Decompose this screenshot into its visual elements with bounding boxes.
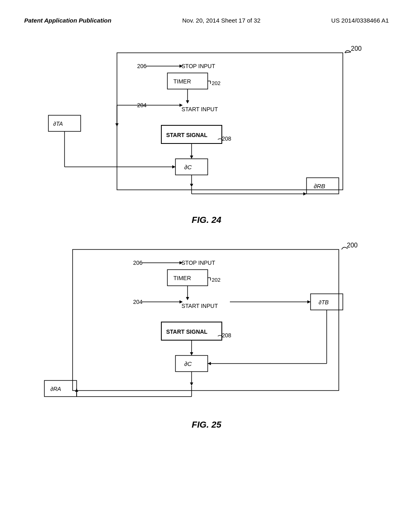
fig25-svg: 200 STOP INPUT 206 TIMER 202 xyxy=(24,237,387,415)
svg-rect-0 xyxy=(117,53,343,190)
fig25-stop-input-label: STOP INPUT xyxy=(181,260,215,266)
fig24-section: 200 STOP INPUT 206 TIMER 202 xyxy=(24,41,389,225)
fig25-label: FIG. 25 xyxy=(24,420,389,430)
fig24-start-input-label: START INPUT xyxy=(181,106,218,112)
svg-marker-23 xyxy=(190,184,193,187)
fig25-start-input-label: START INPUT xyxy=(181,303,218,309)
fig25-ref200: 200 xyxy=(347,242,358,249)
fig24-ref202: 202 xyxy=(212,80,221,86)
svg-marker-39 xyxy=(307,300,311,303)
fig24-dta-label: ∂TA xyxy=(53,121,63,127)
fig25-section: 200 STOP INPUT 206 TIMER 202 xyxy=(24,237,389,430)
fig24-timer-label: TIMER xyxy=(173,78,191,85)
svg-marker-27 xyxy=(303,192,307,195)
fig25-start-signal-label: START SIGNAL xyxy=(166,328,208,335)
header-publication-label: Patent Application Publication xyxy=(24,16,111,25)
fig24-ref208: 208 xyxy=(222,135,232,142)
fig24-ref200: 200 xyxy=(351,45,362,52)
svg-marker-47 xyxy=(208,362,211,365)
header-sheet-info: Nov. 20, 2014 Sheet 17 of 32 xyxy=(182,16,261,25)
fig24-dc-label: ∂C xyxy=(184,164,192,170)
svg-marker-35 xyxy=(186,297,189,300)
svg-marker-21 xyxy=(172,165,175,168)
header: Patent Application Publication Nov. 20, … xyxy=(0,0,413,33)
fig24-ref206: 206 xyxy=(137,63,147,69)
svg-line-1 xyxy=(345,52,351,53)
fig25-ref202: 202 xyxy=(212,277,221,283)
fig25-dra-label: ∂RA xyxy=(50,386,61,392)
diagrams-container: 200 STOP INPUT 206 TIMER 202 xyxy=(0,33,413,450)
svg-marker-14 xyxy=(115,123,119,127)
fig25-ref208: 208 xyxy=(222,332,232,339)
fig25-ref206: 206 xyxy=(133,260,143,266)
svg-marker-8 xyxy=(186,100,189,104)
svg-rect-28 xyxy=(73,249,339,391)
fig24-start-signal-label: START SIGNAL xyxy=(166,132,208,138)
fig24-label: FIG. 24 xyxy=(24,215,389,225)
svg-marker-54 xyxy=(75,389,78,392)
fig24-stop-input-label: STOP INPUT xyxy=(181,63,215,69)
fig25-ref204: 204 xyxy=(133,299,143,305)
page: Patent Application Publication Nov. 20, … xyxy=(0,0,413,532)
fig24-svg: 200 STOP INPUT 206 TIMER 202 xyxy=(24,41,387,210)
fig25-dtb-label: ∂TB xyxy=(319,299,329,305)
fig25-dc-label: ∂C xyxy=(184,360,192,367)
svg-marker-43 xyxy=(190,352,193,355)
fig24-drb-label: ∂RB xyxy=(314,183,325,189)
header-patent-number: US 2014/0338466 A1 xyxy=(331,16,389,25)
fig25-timer-label: TIMER xyxy=(173,275,191,281)
svg-marker-49 xyxy=(190,382,193,386)
svg-marker-17 xyxy=(190,156,193,159)
